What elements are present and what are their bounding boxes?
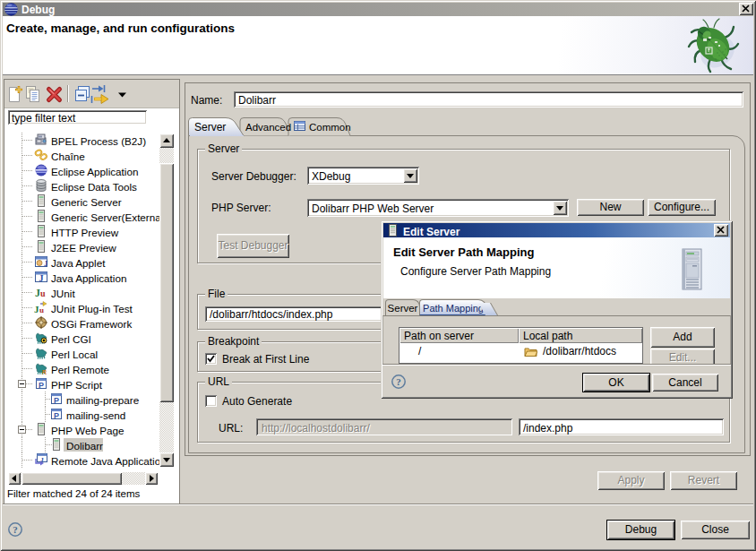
svg-text:u: u xyxy=(39,306,44,314)
svg-text:?: ? xyxy=(13,524,18,535)
svg-text:?: ? xyxy=(396,376,401,387)
svg-text:P: P xyxy=(39,381,44,390)
svg-text:Common: Common xyxy=(309,122,351,133)
svg-text:J: J xyxy=(44,259,48,268)
svg-text:Server: Server xyxy=(194,121,226,133)
svg-text:P: P xyxy=(54,396,59,405)
svg-text:R: R xyxy=(42,369,47,375)
svg-text:u: u xyxy=(40,288,46,298)
svg-text:Advanced: Advanced xyxy=(245,122,291,133)
svg-text:P: P xyxy=(54,411,59,420)
svg-text:J: J xyxy=(39,273,44,283)
